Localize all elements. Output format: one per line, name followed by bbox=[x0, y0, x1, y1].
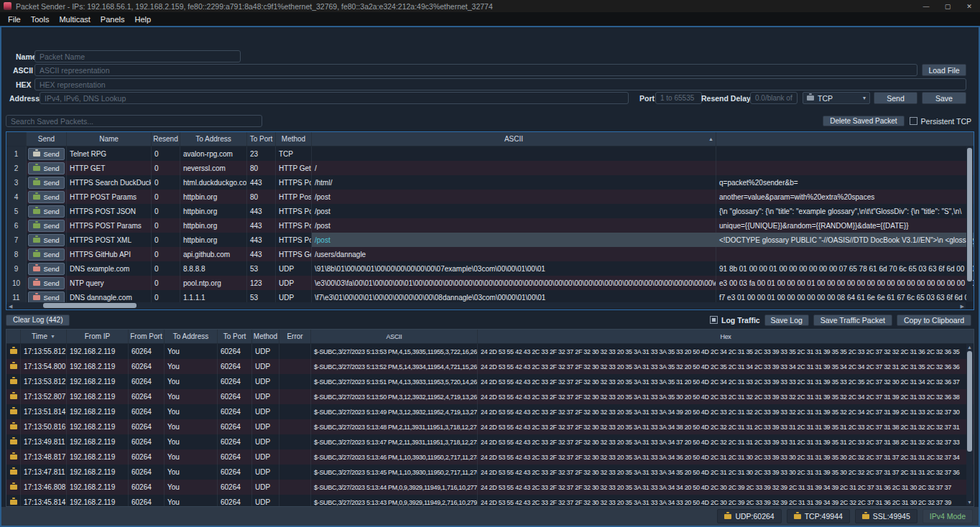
cell-method[interactable]: UDP bbox=[252, 449, 279, 465]
cell-error[interactable] bbox=[279, 404, 311, 419]
resend-delay-input[interactable] bbox=[750, 92, 798, 104]
cell-to-port[interactable]: 60264 bbox=[218, 344, 252, 359]
cell-from-ip[interactable]: 192.168.2.119 bbox=[67, 434, 129, 449]
cell-to-address[interactable]: You bbox=[165, 495, 218, 507]
cell-method[interactable]: UDP bbox=[252, 495, 279, 507]
cell-time[interactable]: 17:13:49.811 bbox=[21, 434, 67, 449]
hex-input[interactable] bbox=[34, 78, 966, 90]
scroll-left-icon[interactable]: ◀ bbox=[9, 303, 12, 309]
cell-error[interactable] bbox=[279, 389, 311, 404]
cell-name[interactable]: HTTPS GitHub API bbox=[67, 247, 152, 261]
log-row[interactable]: 17:13:47.811192.168.2.11960264You60264UD… bbox=[6, 465, 974, 480]
cell-to-port[interactable]: 53 bbox=[247, 261, 276, 276]
cell-to-address[interactable]: html.duckduckgo.com bbox=[180, 175, 247, 190]
cell-from-port[interactable]: 60264 bbox=[129, 359, 165, 374]
cell-method[interactable]: UDP bbox=[252, 480, 279, 495]
cell-data[interactable] bbox=[716, 247, 974, 261]
column-header-method[interactable]: Method bbox=[276, 132, 312, 146]
cell-to-address[interactable]: 8.8.8.8 bbox=[180, 261, 247, 276]
minimize-icon[interactable]: — bbox=[915, 0, 937, 12]
cell-ascii[interactable]: $-SUBC,3/27/2023 5:13:48 PM,2,11,3931,11… bbox=[311, 419, 478, 434]
cell-time[interactable]: 17:13:47.811 bbox=[21, 465, 67, 480]
cell-from-ip[interactable]: 192.168.2.119 bbox=[67, 449, 129, 465]
cell-from-ip[interactable]: 192.168.2.119 bbox=[67, 419, 129, 434]
cell-hex[interactable]: 24 2D 53 55 42 43 2C 33 2F 32 37 2F 32 3… bbox=[478, 465, 974, 480]
cell-ascii[interactable]: /post bbox=[312, 233, 716, 247]
log-traffic-checkbox[interactable] bbox=[710, 316, 718, 324]
cell-hex[interactable]: 24 2D 53 55 42 43 2C 33 2F 32 37 2F 32 3… bbox=[478, 495, 974, 507]
cell-from-ip[interactable]: 192.168.2.119 bbox=[67, 359, 129, 374]
log-row[interactable]: 17:13:52.807192.168.2.11960264You60264UD… bbox=[6, 389, 974, 404]
protocol-select[interactable]: TCP ▾ bbox=[803, 92, 870, 104]
search-saved-packets-input[interactable] bbox=[6, 115, 262, 127]
cell-method[interactable]: UDP bbox=[276, 261, 312, 276]
cell-to-port[interactable]: 60264 bbox=[218, 480, 252, 495]
saved-packet-row[interactable]: 9SendDNS example.com08.8.8.853UDP\91\8b\… bbox=[6, 261, 974, 276]
cell-data[interactable] bbox=[716, 161, 974, 175]
close-icon[interactable]: ✕ bbox=[958, 0, 980, 12]
saved-packet-row[interactable]: 3SendHTTPS Search DuckDuckGo0html.duckdu… bbox=[6, 175, 974, 190]
row-send-button[interactable]: Send bbox=[28, 234, 65, 246]
cell-from-port[interactable]: 60264 bbox=[129, 434, 165, 449]
column-header-from-ip[interactable]: From IP bbox=[67, 330, 129, 343]
saved-packet-row[interactable]: 1SendTelnet RPG0avalon-rpg.com23TCP bbox=[6, 146, 974, 161]
ssl-port-button[interactable]: SSL:49945 bbox=[855, 509, 917, 523]
cell-resend[interactable]: 0 bbox=[152, 218, 180, 233]
cell-method[interactable]: HTTP Get bbox=[276, 161, 312, 175]
cell-to-port[interactable]: 443 bbox=[247, 175, 276, 190]
cell-to-address[interactable]: httpbin.org bbox=[180, 190, 247, 204]
log-row[interactable]: 17:13:45.814192.168.2.11960264You60264UD… bbox=[6, 495, 974, 507]
cell-method[interactable]: UDP bbox=[252, 374, 279, 389]
row-send-button[interactable]: Send bbox=[28, 191, 65, 203]
cell-to-address[interactable]: httpbin.org bbox=[180, 204, 247, 218]
cell-to-address[interactable]: You bbox=[165, 389, 218, 404]
cell-data[interactable]: 91 8b 01 00 00 01 00 00 00 00 00 00 07 6… bbox=[716, 261, 974, 276]
maximize-icon[interactable]: ▢ bbox=[937, 0, 958, 12]
cell-method[interactable]: UDP bbox=[252, 404, 279, 419]
cell-to-port[interactable]: 60264 bbox=[218, 434, 252, 449]
cell-to-address[interactable]: neverssl.com bbox=[180, 161, 247, 175]
cell-to-port[interactable]: 123 bbox=[247, 276, 276, 290]
cell-from-ip[interactable]: 192.168.2.119 bbox=[67, 404, 129, 419]
menu-multicast[interactable]: Multicast bbox=[54, 14, 95, 25]
cell-ascii[interactable]: /html/ bbox=[312, 175, 716, 190]
ascii-input[interactable] bbox=[34, 64, 917, 76]
cell-method[interactable]: TCP bbox=[276, 146, 312, 161]
cell-to-address[interactable]: You bbox=[165, 344, 218, 359]
menu-panels[interactable]: Panels bbox=[96, 14, 130, 25]
cell-hex[interactable]: 24 2D 53 55 42 43 2C 33 2F 32 37 2F 32 3… bbox=[478, 480, 974, 495]
cell-ascii[interactable] bbox=[312, 146, 716, 161]
cell-error[interactable] bbox=[279, 419, 311, 434]
cell-hex[interactable]: 24 2D 53 55 42 43 2C 33 2F 32 37 2F 32 3… bbox=[478, 434, 974, 449]
column-header-from-port[interactable]: From Port bbox=[129, 330, 165, 343]
cell-method[interactable]: UDP bbox=[276, 276, 312, 290]
cell-to-port[interactable]: 23 bbox=[247, 146, 276, 161]
cell-from-port[interactable]: 60264 bbox=[129, 449, 165, 465]
cell-error[interactable] bbox=[279, 374, 311, 389]
row-send-button[interactable]: Send bbox=[28, 248, 65, 261]
cell-to-address[interactable]: httpbin.org bbox=[180, 218, 247, 233]
cell-error[interactable] bbox=[279, 434, 311, 449]
persistent-tcp-checkbox[interactable] bbox=[910, 117, 917, 125]
column-header-error[interactable]: Error bbox=[279, 330, 311, 343]
cell-from-ip[interactable]: 192.168.2.119 bbox=[67, 465, 129, 480]
cell-from-ip[interactable]: 192.168.2.119 bbox=[67, 374, 129, 389]
log-row[interactable]: 17:13:49.811192.168.2.11960264You60264UD… bbox=[6, 434, 974, 449]
cell-method[interactable]: UDP bbox=[252, 389, 279, 404]
log-row[interactable]: 17:13:51.814192.168.2.11960264You60264UD… bbox=[6, 404, 974, 419]
address-input[interactable] bbox=[40, 92, 629, 104]
row-send-button[interactable]: Send bbox=[28, 277, 65, 289]
save-traffic-packet-button[interactable]: Save Traffic Packet bbox=[813, 314, 892, 326]
scrollbar-thumb[interactable] bbox=[967, 148, 972, 281]
cell-to-address[interactable]: avalon-rpg.com bbox=[180, 146, 247, 161]
column-header-to-port[interactable]: To Port bbox=[247, 132, 276, 146]
saved-table-horizontal-scrollbar[interactable]: ◀ ▶ bbox=[7, 302, 966, 309]
cell-data[interactable] bbox=[716, 146, 974, 161]
column-header-time[interactable]: Time ▼ bbox=[21, 330, 67, 343]
cell-to-port[interactable]: 443 bbox=[247, 247, 276, 261]
cell-from-ip[interactable]: 192.168.2.119 bbox=[67, 495, 129, 507]
cell-resend[interactable]: 0 bbox=[152, 247, 180, 261]
cell-name[interactable]: HTTPS Search DuckDuckGo bbox=[67, 175, 152, 190]
cell-to-address[interactable]: api.github.com bbox=[180, 247, 247, 261]
cell-to-address[interactable]: You bbox=[165, 374, 218, 389]
